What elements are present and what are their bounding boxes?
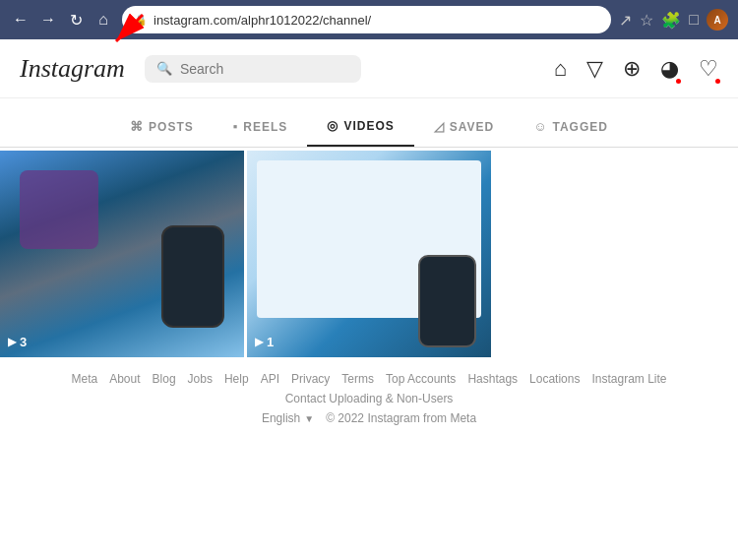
footer-help[interactable]: Help: [224, 372, 249, 386]
nav-icons: ⌂ ▽ ⊕ ◕ ♡: [554, 56, 718, 82]
posts-tab-label: POSTS: [149, 120, 194, 134]
address-bar[interactable]: 🔒 instagram.com/alphr1012022/channel/: [122, 6, 611, 33]
footer-top-accounts[interactable]: Top Accounts: [386, 372, 456, 386]
reels-tab-label: REELS: [243, 120, 287, 134]
footer-privacy[interactable]: Privacy: [291, 372, 330, 386]
footer-links: Meta About Blog Jobs Help API Privacy Te…: [20, 372, 718, 386]
video-2-indicator: ▶ 1: [255, 335, 274, 349]
posts-tab-icon: ⌘: [130, 119, 144, 134]
videos-tab-icon: ◎: [327, 118, 338, 133]
video-1-indicator: ▶ 3: [8, 335, 27, 349]
play-icon-1: ▶: [8, 336, 16, 348]
chevron-down-icon: ▼: [304, 413, 314, 424]
footer-instagram-lite[interactable]: Instagram Lite: [591, 372, 666, 386]
content-tabs: ⌘ POSTS ▪ REELS ◎ VIDEOS ◿ SAVED ☺ TAGGE…: [0, 106, 738, 148]
back-button[interactable]: ←: [10, 11, 31, 29]
footer-locations[interactable]: Locations: [529, 372, 580, 386]
tagged-tab-icon: ☺: [533, 119, 547, 134]
footer: Meta About Blog Jobs Help API Privacy Te…: [0, 360, 738, 431]
video-thumb-1[interactable]: ▶ 3: [0, 151, 244, 357]
footer-contact[interactable]: Contact Uploading & Non-Users: [285, 392, 454, 405]
bookmark-icon[interactable]: ☆: [640, 11, 653, 30]
video-thumb-2[interactable]: ▶ 1: [247, 151, 491, 357]
browser-nav-buttons: ← → ↻ ⌂: [10, 11, 114, 30]
tab-icon[interactable]: □: [689, 11, 699, 29]
explore-nav-icon[interactable]: ◕: [660, 56, 679, 82]
home-nav-icon[interactable]: ⌂: [554, 56, 567, 82]
copyright-text: © 2022 Instagram from Meta: [326, 411, 476, 425]
tab-tagged[interactable]: ☺ TAGGED: [514, 106, 628, 147]
browser-actions: ↗ ☆ 🧩 □ A: [619, 9, 728, 31]
saved-tab-label: SAVED: [450, 120, 494, 134]
footer-terms[interactable]: Terms: [341, 372, 374, 386]
search-input[interactable]: [180, 61, 349, 77]
tab-videos[interactable]: ◎ VIDEOS: [307, 106, 413, 147]
tab-saved[interactable]: ◿ SAVED: [414, 106, 514, 147]
saved-tab-icon: ◿: [434, 119, 445, 134]
search-icon: 🔍: [156, 61, 172, 76]
footer-about[interactable]: About: [109, 372, 140, 386]
share-icon[interactable]: ↗: [619, 11, 632, 30]
explore-notification-dot: [676, 79, 681, 84]
video-grid: ▶ 3 ▶ 1: [0, 148, 738, 360]
reload-button[interactable]: ↻: [65, 11, 87, 30]
play-icon-2: ▶: [255, 336, 263, 348]
tab-reels[interactable]: ▪ REELS: [214, 106, 308, 147]
new-post-nav-icon[interactable]: ⊕: [623, 56, 641, 82]
top-nav: Instagram 🔍 ⌂ ▽ ⊕ ◕: [0, 39, 738, 98]
activity-nav-icon[interactable]: ♡: [699, 56, 718, 82]
extensions-icon[interactable]: 🧩: [661, 11, 681, 30]
tab-posts[interactable]: ⌘ POSTS: [110, 106, 214, 147]
language-label: English: [262, 411, 300, 425]
footer-blog[interactable]: Blog: [153, 372, 176, 386]
instagram-app: Instagram 🔍 ⌂ ▽ ⊕ ◕: [0, 39, 738, 560]
activity-notification-dot: [715, 79, 720, 84]
home-button[interactable]: ⌂: [92, 11, 114, 29]
language-selector[interactable]: English ▼: [262, 411, 314, 425]
videos-tab-label: VIDEOS: [343, 119, 394, 133]
tagged-tab-label: TAGGED: [552, 120, 607, 134]
instagram-logo: Instagram: [20, 54, 125, 84]
lock-icon: 🔒: [134, 14, 148, 27]
footer-meta[interactable]: Meta: [72, 372, 98, 386]
reels-tab-icon: ▪: [233, 119, 239, 134]
video-1-count: 3: [20, 335, 27, 349]
url-text: instagram.com/alphr1012022/channel/: [154, 13, 371, 28]
footer-jobs[interactable]: Jobs: [188, 372, 213, 386]
footer-api[interactable]: API: [261, 372, 279, 386]
forward-button[interactable]: →: [37, 11, 59, 29]
footer-bottom: English ▼ © 2022 Instagram from Meta: [20, 411, 718, 425]
profile-avatar[interactable]: A: [707, 9, 728, 31]
send-nav-icon[interactable]: ▽: [586, 56, 603, 82]
video-2-count: 1: [267, 335, 274, 349]
browser-chrome: ← → ↻ ⌂ 🔒 instagram.com/alphr1012022/cha…: [0, 0, 738, 39]
search-box[interactable]: 🔍: [145, 55, 361, 83]
footer-hashtags[interactable]: Hashtags: [467, 372, 518, 386]
